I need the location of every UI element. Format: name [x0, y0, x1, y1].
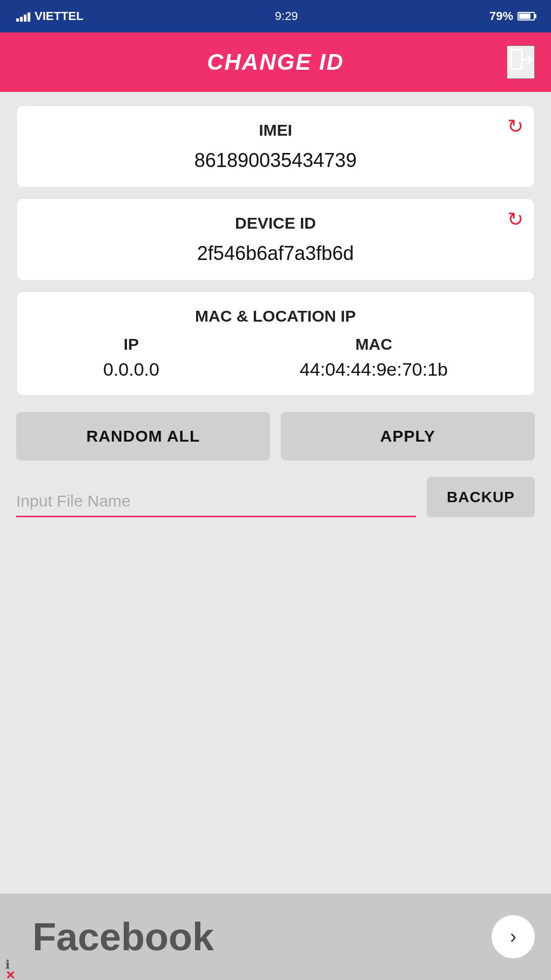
- imei-value: 861890035434739: [33, 149, 518, 172]
- battery-fill: [519, 14, 530, 19]
- status-bar: VIETTEL 9:29 79%: [0, 0, 551, 32]
- mac-label: MAC: [355, 335, 392, 354]
- device-id-value: 2f546b6af7a3fb6d: [33, 242, 518, 265]
- refresh-device-id-button[interactable]: ↻: [507, 210, 523, 229]
- refresh-imei-button[interactable]: ↻: [507, 117, 523, 136]
- status-left: VIETTEL: [16, 9, 83, 23]
- ad-close-icon[interactable]: ✕: [5, 969, 15, 980]
- mac-location-title: MAC & LOCATION IP: [33, 307, 518, 325]
- app-title: CHANGE ID: [207, 49, 344, 75]
- mac-row: IP 0.0.0.0 MAC 44:04:44:9e:70:1b: [33, 335, 518, 380]
- empty-space: [16, 528, 535, 880]
- app-header: CHANGE ID: [0, 32, 551, 92]
- imei-card: IMEI 861890035434739 ↻: [16, 105, 535, 188]
- imei-label: IMEI: [33, 121, 518, 139]
- ip-value: 0.0.0.0: [103, 359, 159, 380]
- mac-value: 44:04:44:9e:70:1b: [300, 359, 448, 380]
- battery-percentage: 79%: [489, 9, 513, 23]
- mac-column: MAC 44:04:44:9e:70:1b: [300, 335, 448, 380]
- ad-next-button[interactable]: ›: [492, 915, 535, 958]
- ip-column: IP 0.0.0.0: [103, 335, 159, 380]
- input-row: BACKUP: [16, 477, 535, 517]
- action-buttons-row: RANDOM ALL APPLY: [16, 412, 535, 461]
- signal-icon: [16, 11, 30, 22]
- device-id-card: DEVICE ID 2f546b6af7a3fb6d ↻: [16, 198, 535, 281]
- apply-button[interactable]: APPLY: [281, 412, 535, 461]
- device-id-label: DEVICE ID: [33, 214, 518, 232]
- ad-banner: ℹ ✕ Facebook ›: [0, 894, 551, 980]
- ad-text: Facebook: [32, 915, 214, 959]
- svg-rect-0: [511, 50, 522, 69]
- file-name-input[interactable]: [16, 486, 416, 517]
- battery-icon: [518, 12, 535, 21]
- ip-label: IP: [124, 335, 139, 354]
- file-input-wrapper: [16, 486, 416, 517]
- mac-location-card: MAC & LOCATION IP IP 0.0.0.0 MAC 44:04:4…: [16, 291, 535, 396]
- backup-button[interactable]: BACKUP: [427, 477, 535, 517]
- random-all-button[interactable]: RANDOM ALL: [16, 412, 270, 461]
- carrier-name: VIETTEL: [35, 9, 83, 23]
- login-icon-button[interactable]: [507, 45, 535, 79]
- status-right: 79%: [489, 9, 535, 23]
- main-content: IMEI 861890035434739 ↻ DEVICE ID 2f546b6…: [0, 92, 551, 894]
- status-time: 9:29: [275, 9, 298, 23]
